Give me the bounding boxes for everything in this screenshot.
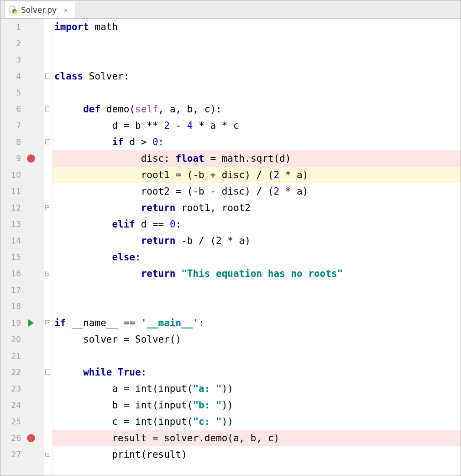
code-token: '__main__' [141,315,199,331]
code-token: 2 [216,233,222,249]
code-line[interactable]: disc: float = math.sqrt(d) [52,150,461,167]
code-line[interactable]: elif d == 0: [52,216,461,233]
gutter-line[interactable]: 10 [0,167,44,183]
indent [54,381,112,397]
line-number: 8 [5,138,21,147]
fold-slot [44,265,52,282]
fold-toggle-icon[interactable] [45,452,50,457]
fold-rail[interactable] [44,19,52,476]
code-line[interactable]: while True: [52,364,461,381]
code-line[interactable]: result = solver.demo(a, b, c) [52,430,461,446]
code-token: : [176,216,182,233]
fold-toggle-icon[interactable] [45,205,50,210]
code-line[interactable]: else: [52,249,461,265]
code-token: : [135,249,141,265]
code-token: def [83,101,106,117]
code-line[interactable]: c = int(input("c: ")) [52,413,461,430]
gutter-line[interactable]: 11 [0,183,44,200]
gutter-line[interactable]: 6 [0,101,44,117]
code-token: 0 [170,216,176,233]
editor-tab[interactable]: Solver.py × [4,1,75,18]
code-line[interactable]: import math [52,19,461,35]
fold-slot [44,68,52,85]
gutter-line[interactable]: 12 [0,200,44,216]
code-editor[interactable]: 1234567891011121314151617181920212223242… [0,19,461,476]
code-line[interactable]: root2 = (-b - disc) / (2 * a) [52,183,461,200]
code-token: demo [106,101,130,117]
code-area[interactable]: import mathclass Solver: def demo(self, … [52,19,461,476]
line-number: 13 [5,220,21,229]
gutter-line[interactable]: 14 [0,233,44,249]
fold-slot [44,200,52,216]
gutter-line[interactable]: 19 [0,315,44,331]
gutter-line[interactable]: 16 [0,265,44,282]
gutter-line[interactable]: 3 [0,52,44,68]
code-line[interactable] [52,52,461,68]
code-token: solver = Solver() [83,331,181,348]
code-line[interactable]: a = int(input("a: ")) [52,381,461,397]
fold-toggle-icon[interactable] [45,139,50,144]
code-token: a = int(input( [112,381,193,397]
code-line[interactable] [52,348,461,364]
code-line[interactable] [52,85,461,101]
fold-slot [44,298,52,315]
gutter-line[interactable]: 24 [0,397,44,413]
code-line[interactable]: root1 = (-b + disc) / (2 * a) [52,167,461,183]
code-token: disc: [141,150,176,167]
gutter-line[interactable]: 18 [0,298,44,315]
code-line[interactable] [52,298,461,315]
fold-slot [44,167,52,183]
gutter-line[interactable]: 5 [0,85,44,101]
gutter-marker-slot[interactable] [21,319,41,327]
code-token: )) [222,381,233,397]
code-line[interactable]: return "This equation has no roots" [52,265,461,282]
code-line[interactable]: b = int(input("b: ")) [52,397,461,413]
gutter-line[interactable]: 26 [0,430,44,446]
code-line[interactable]: print(result) [52,446,461,463]
indent [54,167,141,183]
code-line[interactable]: def demo(self, a, b, c): [52,101,461,117]
code-line[interactable]: class Solver: [52,68,461,85]
code-line[interactable]: d = b ** 2 - 4 * a * c [52,117,461,134]
run-icon[interactable] [28,319,34,327]
gutter-line[interactable]: 2 [0,35,44,52]
fold-toggle-icon[interactable] [45,74,50,79]
code-line[interactable]: if __name__ == '__main__': [52,315,461,331]
fold-slot [44,282,52,298]
gutter-line[interactable]: 27 [0,446,44,463]
code-line[interactable]: return root1, root2 [52,200,461,216]
gutter-line[interactable]: 17 [0,282,44,298]
gutter-line[interactable]: 4 [0,68,44,85]
code-line[interactable] [52,282,461,298]
fold-toggle-icon[interactable] [45,271,50,276]
gutter-marker-slot[interactable] [21,434,41,442]
code-line[interactable]: if d > 0: [52,134,461,150]
fold-toggle-icon[interactable] [45,320,50,325]
gutter-line[interactable]: 7 [0,117,44,134]
code-line[interactable] [52,35,461,52]
gutter-line[interactable]: 23 [0,381,44,397]
gutter[interactable]: 1234567891011121314151617181920212223242… [0,19,44,476]
gutter-line[interactable]: 15 [0,249,44,265]
code-line[interactable]: return -b / (2 * a) [52,233,461,249]
gutter-line[interactable]: 1 [0,19,44,35]
gutter-marker-slot[interactable] [21,154,41,163]
gutter-line[interactable]: 8 [0,134,44,150]
line-number: 22 [5,368,21,377]
line-number: 7 [5,121,21,130]
fold-toggle-icon[interactable] [45,370,50,375]
fold-toggle-icon[interactable] [45,106,50,111]
breakpoint-icon[interactable] [27,434,35,442]
close-tab-icon[interactable]: × [63,6,68,14]
line-number: 12 [5,203,21,212]
gutter-line[interactable]: 22 [0,364,44,381]
gutter-line[interactable]: 20 [0,331,44,348]
gutter-line[interactable]: 21 [0,348,44,364]
gutter-line[interactable]: 13 [0,216,44,233]
fold-slot [44,101,52,117]
breakpoint-icon[interactable] [27,154,35,163]
code-token: root1 = (-b + disc) / ( [141,167,274,183]
gutter-line[interactable]: 25 [0,413,44,430]
code-line[interactable]: solver = Solver() [52,331,461,348]
gutter-line[interactable]: 9 [0,150,44,167]
